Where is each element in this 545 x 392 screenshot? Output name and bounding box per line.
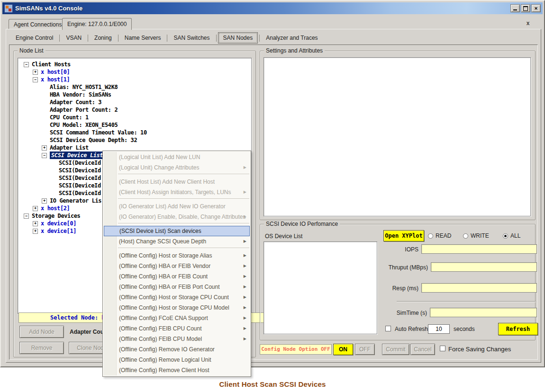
commit-button[interactable]: Commit [382, 344, 409, 355]
tree-node-label: SCSI(DeviceId [59, 167, 101, 174]
cancel-button[interactable]: Cancel [410, 344, 435, 355]
menu-item[interactable]: (Offline Config) FCoE CNA Support▶ [103, 313, 251, 323]
menu-item[interactable]: (IO Generator List) Add New IO Generator [103, 201, 251, 212]
expand-icon[interactable]: + [33, 206, 38, 211]
menu-item[interactable]: (Offline Config) Remove Client Host [103, 365, 251, 375]
collapse-icon[interactable]: − [42, 153, 47, 158]
menu-item[interactable]: (Offline Config) HBA or FEIB Port Count▶ [103, 282, 251, 292]
title-bar[interactable]: SimSANs v4.0 Console ✕ [2, 2, 543, 14]
expand-icon[interactable]: + [33, 229, 38, 234]
radio-write-icon [463, 233, 468, 239]
menu-item[interactable]: (Logical Unit List) Add New LUN [103, 152, 251, 162]
tree-node-label: HBA Vendor: SimSANs [50, 91, 111, 98]
radio-read-label: READ [436, 232, 451, 239]
tree-node[interactable]: Adapter Count: 3 [18, 98, 251, 106]
menu-item[interactable]: (Logical Unit) Change Attributes▶ [103, 162, 251, 173]
minimize-icon [513, 9, 517, 10]
tree-node[interactable]: +x host[0] [18, 68, 251, 76]
minimize-button[interactable] [510, 4, 520, 12]
menu-item[interactable]: (Offline Config) Remove Logical Unit [103, 355, 251, 365]
san-subtabs: Engine ControlVSANZoningName ServersSAN … [11, 32, 323, 44]
collapse-icon[interactable]: − [24, 62, 29, 67]
tree-node[interactable]: −x host[1] [18, 76, 251, 83]
maximize-icon [523, 6, 528, 11]
auto-refresh-label: Auto Refresh [395, 326, 433, 332]
off-button[interactable]: OFF [355, 344, 375, 355]
iops-field[interactable] [421, 244, 537, 254]
menu-item[interactable]: (Offline Config) Host or Storage CPU Mod… [103, 303, 251, 313]
tree-node-label: SCSI Device Queue Depth: 32 [50, 136, 137, 144]
expand-icon[interactable]: + [42, 145, 47, 151]
menu-item[interactable]: (Offline Config) FEIB CPU Count▶ [103, 323, 251, 334]
add-node-button[interactable]: Add Node [19, 326, 64, 338]
radio-read-icon [428, 233, 433, 239]
tree-node[interactable]: SCSI Device Queue Depth: 32 [18, 136, 251, 144]
menu-item[interactable]: (Offline Config) FEIB CPU Model▶ [103, 334, 251, 344]
tab-agent-connections[interactable]: Agent Connections [9, 19, 67, 30]
tree-node-label: SCSI(DeviceId [59, 182, 101, 189]
menu-item[interactable]: (Offline Config) Host or Storage CPU Cou… [103, 292, 251, 303]
refresh-button[interactable]: Refresh [498, 323, 538, 335]
thruput-field[interactable] [431, 262, 537, 272]
tree-node[interactable]: CPU Count: 1 [18, 114, 251, 121]
tree-indent [42, 117, 50, 118]
submenu-arrow-icon: ▶ [244, 292, 246, 303]
radio-all[interactable]: ALL [503, 232, 520, 239]
refresh-interval-input[interactable] [428, 324, 450, 334]
menu-item[interactable]: (Offline Config) HBA or FEIB Vendor▶ [103, 261, 251, 271]
tab-engine[interactable]: Engine: 127.0.0.1/E000 [62, 18, 132, 30]
tab-name-servers[interactable]: Name Servers [120, 33, 166, 43]
maximize-button[interactable] [521, 4, 530, 12]
menu-item-highlighted[interactable]: (SCSI Device List) Scan devices [104, 226, 250, 236]
tree-indent [51, 170, 59, 171]
remove-node-button[interactable]: Remove [19, 342, 64, 354]
tree-node[interactable]: HBA Vendor: SimSANs [18, 91, 251, 98]
menu-item[interactable]: (Host) Change SCSI Queue Depth▶ [103, 236, 251, 247]
expand-icon[interactable]: + [33, 70, 38, 75]
tab-zoning[interactable]: Zoning [90, 33, 117, 43]
node-list-title: Node List [18, 47, 45, 54]
close-button[interactable]: ✕ [531, 4, 541, 12]
app-window: SimSANs v4.0 Console ✕ Agent Connections… [0, 0, 545, 367]
radio-read[interactable]: READ [428, 232, 451, 239]
open-xyplot-button[interactable]: Open XYPlot [383, 230, 424, 241]
context-menu: (Logical Unit List) Add New LUN(Logical … [102, 151, 251, 377]
tree-node-label: SCSI Command Timeout Value: 10 [50, 129, 147, 136]
tree-node[interactable]: Adapter Port Count: 2 [18, 106, 251, 114]
collapse-icon[interactable]: − [33, 77, 38, 82]
submenu-arrow-icon: ▶ [244, 236, 246, 247]
tree-node[interactable]: −Client Hosts [18, 61, 251, 68]
tree-node[interactable]: CPU Model: XEON_E5405 [18, 121, 251, 129]
expand-icon[interactable]: + [33, 221, 38, 226]
tab-engine-control[interactable]: Engine Control [11, 33, 58, 43]
tab-analyzer-and-traces[interactable]: Analyzer and Traces [261, 33, 322, 43]
tree-node[interactable]: Alias: NYC_HOST1_W2K8 [18, 83, 251, 91]
tab-vsan[interactable]: VSAN [61, 33, 86, 43]
on-button[interactable]: ON [333, 344, 353, 355]
menu-item[interactable]: (Offline Config) HBA or FEIB Count▶ [103, 271, 251, 282]
menu-item[interactable]: (Offline Config) Remove IO Generator [103, 344, 251, 355]
menu-item[interactable]: (Client Host) Assign Initiators, Targets… [103, 187, 251, 197]
tree-node[interactable]: SCSI Command Timeout Value: 10 [18, 129, 251, 136]
submenu-arrow-icon: ▶ [244, 212, 246, 222]
tab-san-nodes[interactable]: SAN Nodes [218, 32, 258, 44]
menu-item[interactable]: (Client Host List) Add New Client Host [103, 177, 251, 187]
collapse-icon[interactable]: − [24, 214, 29, 219]
tree-node-label: CPU Count: 1 [50, 114, 89, 121]
subtab-divider [216, 35, 217, 42]
simtime-field[interactable] [430, 308, 537, 317]
auto-refresh-checkbox[interactable] [385, 326, 391, 331]
tree-node-label-selected: SCSI Device List [50, 151, 104, 159]
settings-attributes-list[interactable] [263, 57, 531, 216]
os-device-list[interactable] [263, 241, 377, 334]
expand-icon[interactable]: + [42, 198, 47, 204]
menu-item[interactable]: (Offline Config) Host or Storage Alias▶ [103, 250, 251, 261]
resp-field[interactable] [421, 283, 537, 293]
submenu-arrow-icon: ▶ [244, 271, 246, 282]
tab-close-button[interactable]: x [524, 20, 532, 27]
tab-san-switches[interactable]: SAN Switches [169, 33, 214, 43]
force-saving-checkbox[interactable] [440, 346, 445, 351]
window-title: SimSANs v4.0 Console [15, 5, 82, 12]
menu-item[interactable]: (IO Generator) Enable, Disable, Change A… [103, 212, 251, 222]
radio-write[interactable]: WRITE [463, 232, 489, 239]
